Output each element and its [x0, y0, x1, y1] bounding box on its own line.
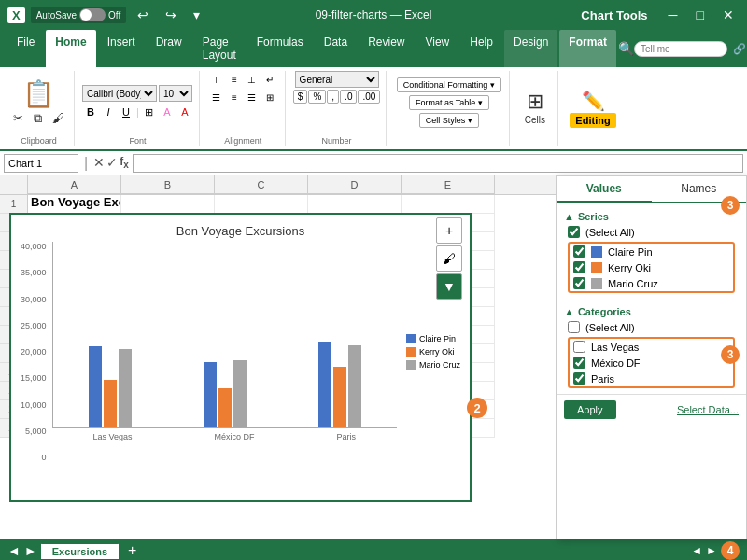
categories-select-all-checkbox[interactable] — [568, 321, 580, 333]
select-data-link[interactable]: Select Data... — [677, 404, 739, 415]
main-area: A B C D E 1 Bon Voyage Excursions 234567… — [0, 175, 747, 539]
chart-add-element-button[interactable]: + — [436, 217, 462, 244]
table-row: 1 Bon Voyage Excursions — [0, 195, 556, 214]
minimize-button[interactable]: ─ — [663, 6, 684, 24]
sheet-tab-excursions[interactable]: Excursions — [41, 542, 119, 559]
col-header-b[interactable]: B — [121, 175, 215, 194]
format-as-table-button[interactable]: Format as Table ▾ — [409, 95, 489, 110]
font-name-select[interactable]: Calibri (Body) — [82, 85, 157, 102]
align-top-button[interactable]: ⊤ — [208, 71, 225, 88]
cell-e1[interactable] — [402, 195, 495, 214]
autosave-button[interactable]: AutoSave Off — [31, 7, 127, 23]
cell-c1[interactable] — [215, 195, 308, 214]
scroll-left-button[interactable]: ◄ — [691, 544, 702, 557]
copy-button[interactable]: ⧉ — [30, 109, 46, 128]
category-lasvegas-checkbox[interactable] — [573, 341, 585, 353]
close-button[interactable]: ✕ — [717, 6, 740, 24]
font-color-button[interactable]: A — [176, 104, 193, 120]
decrease-decimal-button[interactable]: .0 — [340, 90, 357, 104]
col-header-a[interactable]: A — [28, 175, 121, 194]
cell-d1[interactable] — [308, 195, 402, 214]
cells-content: ⊞ Cells — [521, 71, 549, 144]
bold-button[interactable]: B — [82, 104, 99, 120]
tab-view[interactable]: View — [416, 30, 458, 67]
prev-sheet-button[interactable]: ◄ — [7, 543, 21, 558]
share-button[interactable]: 🔗 — [727, 41, 747, 57]
currency-button[interactable]: $ — [293, 90, 308, 104]
restore-button[interactable]: □ — [691, 6, 710, 24]
merge-button[interactable]: ⊞ — [261, 89, 278, 105]
cancel-formula-button[interactable]: ✕ — [93, 155, 105, 170]
paste-button[interactable]: 📋 — [19, 78, 59, 109]
format-painter-button[interactable]: 🖌 — [49, 109, 68, 128]
tab-formulas[interactable]: Formulas — [247, 30, 313, 67]
filter-tab-values[interactable]: Values — [557, 176, 652, 203]
categories-title: ▲ Categories — [564, 302, 739, 319]
undo-button[interactable]: ↩ — [132, 6, 154, 24]
tab-page-layout[interactable]: Page Layout — [193, 30, 246, 67]
tell-me-input[interactable] — [634, 41, 727, 57]
confirm-formula-button[interactable]: ✓ — [106, 155, 118, 170]
series-kerry-checkbox[interactable] — [573, 261, 585, 273]
series-claire-checkbox[interactable] — [573, 245, 585, 258]
increase-decimal-button[interactable]: .00 — [358, 90, 380, 104]
tab-review[interactable]: Review — [359, 30, 414, 67]
next-sheet-button[interactable]: ► — [24, 543, 37, 558]
underline-button[interactable]: U — [118, 104, 134, 120]
tab-draw[interactable]: Draw — [147, 30, 191, 67]
comma-button[interactable]: , — [327, 90, 339, 104]
formula-input[interactable] — [133, 154, 743, 173]
series-kerry-color — [591, 262, 602, 273]
category-mexicodf-checkbox[interactable] — [573, 357, 585, 369]
add-sheet-button[interactable]: + — [122, 542, 142, 559]
col-header-d[interactable]: D — [308, 175, 402, 194]
border-button[interactable]: ⊞ — [141, 104, 158, 120]
quick-access-more[interactable]: ▾ — [188, 6, 205, 24]
chart-container[interactable]: Bon Voyage Excursions 40,000 35,000 30,0… — [9, 213, 472, 502]
col-header-e[interactable]: E — [402, 175, 495, 194]
wrap-text-button[interactable]: ↵ — [261, 71, 278, 88]
autosave-toggle[interactable] — [79, 8, 106, 21]
fill-color-button[interactable]: A — [159, 104, 176, 120]
cells-button[interactable]: ⊞ Cells — [521, 88, 549, 127]
conditional-formatting-button[interactable]: Conditional Formatting ▾ — [397, 77, 501, 92]
align-right-button[interactable]: ☰ — [244, 89, 261, 105]
tab-insert[interactable]: Insert — [98, 30, 145, 67]
editing-button[interactable]: ✏️ Editing — [566, 88, 619, 130]
series-mario-checkbox[interactable] — [573, 277, 585, 289]
tab-file[interactable]: File — [7, 30, 44, 67]
font-size-select[interactable]: 10 — [159, 85, 192, 102]
insert-function-button[interactable]: fx — [120, 155, 129, 170]
name-box[interactable] — [4, 154, 78, 173]
cut-button[interactable]: ✂ — [9, 109, 27, 128]
align-middle-button[interactable]: ≡ — [226, 71, 243, 88]
category-paris-checkbox[interactable] — [573, 372, 585, 385]
clipboard-label: Clipboard — [21, 134, 57, 146]
italic-button[interactable]: I — [100, 104, 117, 120]
align-center-button[interactable]: ≡ — [226, 89, 243, 105]
align-bottom-button[interactable]: ⊥ — [244, 71, 261, 88]
percent-button[interactable]: % — [308, 90, 326, 104]
col-header-c[interactable]: C — [215, 175, 308, 194]
tab-help[interactable]: Help — [460, 30, 502, 67]
font-row: Calibri (Body) 10 B I U | ⊞ A A — [82, 85, 193, 120]
tab-format[interactable]: Format — [559, 30, 616, 67]
number-format-select[interactable]: General — [295, 71, 379, 88]
apply-button[interactable]: Apply — [564, 400, 616, 419]
badge-series: 3 — [721, 196, 740, 215]
tab-home[interactable]: Home — [46, 30, 95, 67]
cell-b1[interactable] — [121, 195, 215, 214]
legend-kerry: Kerry Oki — [406, 347, 460, 357]
cell-a1[interactable]: Bon Voyage Excursions — [28, 195, 121, 214]
editing-content: ✏️ Editing — [566, 71, 619, 146]
align-left-button[interactable]: ☰ — [208, 89, 225, 105]
tab-data[interactable]: Data — [315, 30, 357, 67]
scroll-right-button[interactable]: ► — [706, 544, 717, 557]
series-select-all-checkbox[interactable] — [568, 226, 580, 238]
search-button[interactable]: 🔍 — [618, 41, 634, 56]
chart-filter-button[interactable]: ▼ — [436, 273, 462, 300]
chart-style-button[interactable]: 🖌 — [436, 245, 462, 272]
tab-design[interactable]: Design — [504, 30, 557, 67]
cell-styles-button[interactable]: Cell Styles ▾ — [419, 113, 479, 128]
redo-button[interactable]: ↪ — [160, 6, 182, 24]
